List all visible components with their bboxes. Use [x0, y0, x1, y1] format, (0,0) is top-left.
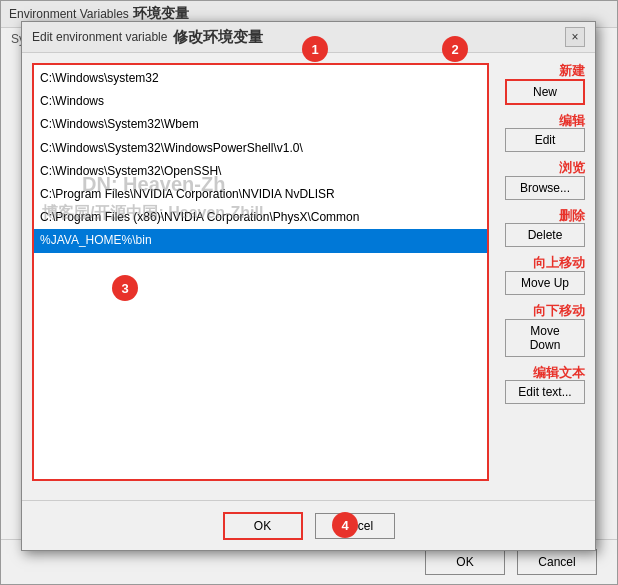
list-item-empty: [34, 253, 487, 276]
list-item[interactable]: C:\Windows\System32\OpenSSH\: [34, 160, 487, 183]
new-button[interactable]: New: [505, 79, 585, 105]
list-item-empty: [34, 322, 487, 345]
ok-button[interactable]: OK: [223, 512, 303, 540]
list-item-selected[interactable]: %JAVA_HOME%\bin: [34, 229, 487, 252]
move-up-button[interactable]: Move Up: [505, 271, 585, 295]
new-group: 新建 New: [497, 63, 585, 105]
edit-button[interactable]: Edit: [505, 128, 585, 152]
list-item[interactable]: C:\Program Files\NVIDIA Corporation\NVID…: [34, 183, 487, 206]
browse-group: 浏览 Browse...: [497, 160, 585, 200]
new-cn-label: 新建: [559, 63, 585, 79]
outer-cancel-button[interactable]: Cancel: [517, 549, 597, 575]
buttons-panel: 新建 New 编辑 Edit 浏览 Browse... 删除 Delete: [497, 63, 585, 481]
edit-text-cn-label: 编辑文本: [533, 365, 585, 381]
list-item-empty: [34, 276, 487, 299]
list-item[interactable]: C:\Program Files (x86)\NVIDIA Corporatio…: [34, 206, 487, 229]
list-item[interactable]: C:\Windows\system32: [34, 67, 487, 90]
delete-button[interactable]: Delete: [505, 223, 585, 247]
modal-title-en: Edit environment variable: [32, 30, 167, 44]
outer-title-en: Environment Variables: [9, 7, 129, 21]
modal-title-cn: 修改环境变量: [173, 28, 263, 47]
list-item-empty: [34, 415, 487, 438]
modal-dialog: Edit environment variable 修改环境变量 × 1 2 C…: [21, 21, 596, 551]
modal-close-button[interactable]: ×: [565, 27, 585, 47]
browse-button[interactable]: Browse...: [505, 176, 585, 200]
move-up-group: 向上移动 Move Up: [497, 255, 585, 295]
annotation-4: 4: [332, 512, 358, 538]
modal-title-group: Edit environment variable 修改环境变量: [32, 28, 263, 47]
list-item[interactable]: C:\Windows\System32\Wbem: [34, 113, 487, 136]
outer-window: Environment Variables 环境变量 Sy Us OK Canc…: [0, 0, 618, 585]
list-item-empty: [34, 392, 487, 415]
edit-text-group: 编辑文本 Edit text...: [497, 365, 585, 405]
list-item-empty: [34, 345, 487, 368]
move-down-cn-label: 向下移动: [533, 303, 585, 319]
move-down-button[interactable]: Move Down: [505, 319, 585, 357]
browse-cn-label: 浏览: [559, 160, 585, 176]
modal-content: C:\Windows\system32 C:\Windows C:\Window…: [22, 53, 595, 491]
delete-group: 删除 Delete: [497, 208, 585, 248]
environment-variable-list[interactable]: C:\Windows\system32 C:\Windows C:\Window…: [32, 63, 489, 481]
list-item-empty: [34, 368, 487, 391]
annotation-2: 2: [442, 36, 468, 62]
annotation-3: 3: [112, 275, 138, 301]
edit-text-button[interactable]: Edit text...: [505, 380, 585, 404]
list-item-empty: [34, 299, 487, 322]
edit-group: 编辑 Edit: [497, 113, 585, 153]
delete-cn-label: 删除: [559, 208, 585, 224]
move-down-group: 向下移动 Move Down: [497, 303, 585, 357]
outer-ok-button[interactable]: OK: [425, 549, 505, 575]
list-item[interactable]: C:\Windows\System32\WindowsPowerShell\v1…: [34, 137, 487, 160]
annotation-1: 1: [302, 36, 328, 62]
edit-cn-label: 编辑: [559, 113, 585, 129]
move-up-cn-label: 向上移动: [533, 255, 585, 271]
list-item[interactable]: C:\Windows: [34, 90, 487, 113]
modal-footer: 4 OK Cancel: [22, 500, 595, 550]
